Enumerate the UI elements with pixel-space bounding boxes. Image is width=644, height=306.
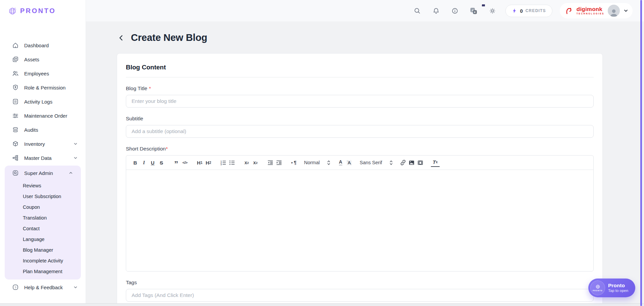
sliders-icon <box>12 112 19 119</box>
app-logo[interactable]: PRONTO <box>0 0 86 21</box>
underline-button[interactable]: U <box>148 158 157 167</box>
sidebar-item-dashboard[interactable]: Dashboard <box>0 38 86 52</box>
pronto-assistant-fab[interactable]: PRONTO Pronto Tap to open <box>588 279 635 297</box>
sidebar-item-label: Assets <box>24 57 39 62</box>
sidebar-item-employees[interactable]: Employees <box>0 66 86 80</box>
pronto-badge-icon: PRONTO <box>590 281 605 295</box>
page-title: Create New Blog <box>131 32 207 43</box>
avatar[interactable] <box>608 5 620 17</box>
org-name-block: digimonk TECHNOLOGIES <box>577 6 604 15</box>
outdent-button[interactable] <box>266 158 275 167</box>
credits-count: 0 <box>520 8 523 14</box>
highlight-color-button[interactable]: A <box>347 160 352 165</box>
horizontal-scrollbar[interactable] <box>0 303 644 306</box>
sidebar-item-activity-logs[interactable]: Activity Logs <box>0 95 86 109</box>
heading2-button[interactable]: H2 <box>204 158 213 167</box>
heading1-button[interactable]: H1 <box>195 158 204 167</box>
credits-badge[interactable]: 0 CREDITS <box>505 5 552 17</box>
globe-logo-icon <box>8 6 17 15</box>
font-family-picker[interactable]: Sans Serif <box>360 160 393 165</box>
insert-video-button[interactable] <box>416 158 425 167</box>
sidebar-subitem-language[interactable]: Language <box>5 234 81 245</box>
hierarchy-icon <box>12 155 19 161</box>
sidebar-item-super-admin[interactable]: Super Admin <box>5 166 81 180</box>
section-title: Blog Content <box>126 64 594 71</box>
sidebar-subitem-label: Coupon <box>23 204 40 210</box>
vertical-scrollbar[interactable] <box>640 0 642 306</box>
bold-button[interactable]: B <box>131 158 140 167</box>
info-button[interactable] <box>449 5 460 16</box>
sidebar-item-help-feedback[interactable]: ? Help & Feedback <box>0 280 86 294</box>
clear-formatting-button[interactable]: Tx <box>431 158 440 167</box>
insert-image-button[interactable] <box>407 158 416 167</box>
sidebar-item-label: Inventory <box>24 141 45 147</box>
tags-label: Tags <box>126 280 594 286</box>
account-menu[interactable]: digimonk TECHNOLOGIES <box>560 3 633 18</box>
notifications-button[interactable] <box>430 5 442 16</box>
sidebar-item-master-data[interactable]: Master Data <box>0 151 86 165</box>
subtitle-label: Subtitle <box>126 116 594 122</box>
sidebar-item-label: Maintenance Order <box>24 113 67 119</box>
required-asterisk: * <box>166 146 168 151</box>
insert-link-button[interactable] <box>399 158 407 167</box>
fab-subtitle: Tap to open <box>608 289 628 293</box>
strikethrough-button[interactable]: S <box>157 158 166 167</box>
sidebar-subitem-reviews[interactable]: Reviews <box>5 180 81 191</box>
assets-icon <box>12 56 19 63</box>
subtitle-input[interactable] <box>126 125 594 138</box>
indent-icon <box>276 160 282 166</box>
sidebar-subitem-blog-manager[interactable]: Blog Manager <box>5 245 81 255</box>
editor-content-area[interactable] <box>126 170 593 271</box>
required-asterisk: * <box>149 85 151 91</box>
sidebar-nav: Dashboard Assets Employees Role & Permis… <box>0 21 86 294</box>
subscript-button[interactable]: x2 <box>242 158 251 167</box>
super-admin-group: Super Admin Reviews User Subscription Co… <box>5 166 81 280</box>
video-icon <box>417 160 424 166</box>
ordered-list-button[interactable]: 1 2 3 <box>219 158 228 167</box>
sidebar-item-role-permission[interactable]: Role & Permission <box>0 80 86 95</box>
text-color-button[interactable]: A <box>339 160 342 166</box>
sidebar-subitem-coupon[interactable]: Coupon <box>5 202 81 212</box>
sidebar-subitem-label: Plan Management <box>23 269 62 274</box>
sidebar-item-inventory[interactable]: Inventory <box>0 137 86 151</box>
sidebar-item-label: Audits <box>24 127 38 133</box>
sidebar-subitem-label: Incomplete Activity <box>23 258 63 263</box>
sidebar-item-assets[interactable]: Assets <box>0 52 86 66</box>
theme-toggle-button[interactable] <box>487 5 498 16</box>
chevron-up-icon <box>68 170 73 176</box>
language-button[interactable]: A x <box>468 5 479 16</box>
indent-button[interactable] <box>275 158 283 167</box>
sidebar-subitem-plan-management[interactable]: Plan Management <box>5 266 81 277</box>
info-icon <box>451 7 458 14</box>
tags-input[interactable] <box>126 289 594 302</box>
image-icon <box>408 160 415 166</box>
home-icon <box>12 42 19 49</box>
page-header: Create New Blog <box>117 32 644 43</box>
code-block-button[interactable]: </> <box>181 158 189 167</box>
search-button[interactable] <box>411 5 423 16</box>
chevron-down-icon <box>73 141 78 146</box>
sidebar-item-audits[interactable]: Audits <box>0 123 86 137</box>
outdent-icon <box>267 160 274 166</box>
sidebar-subitem-user-subscription[interactable]: User Subscription <box>5 191 81 202</box>
blockquote-button[interactable]: ” <box>172 158 181 167</box>
text-direction-button[interactable]: ►¶ <box>289 158 298 167</box>
bullet-list-button[interactable] <box>228 158 236 167</box>
back-button[interactable] <box>117 34 126 42</box>
italic-button[interactable]: I <box>140 158 148 167</box>
sidebar-subitem-label: User Subscription <box>23 194 61 199</box>
sidebar-subitem-incomplete-activity[interactable]: Incomplete Activity <box>5 255 81 266</box>
sidebar-item-maintenance-order[interactable]: Maintenance Order <box>0 109 86 123</box>
sidebar-subitem-translation[interactable]: Translation <box>5 212 81 223</box>
fab-title: Pronto <box>608 283 628 289</box>
blog-title-input[interactable] <box>126 95 594 108</box>
shield-icon <box>12 84 19 91</box>
sidebar-subitem-label: Reviews <box>23 183 41 188</box>
superscript-button[interactable]: x2 <box>251 158 260 167</box>
sidebar-item-label: Activity Logs <box>24 99 52 105</box>
heading-format-picker[interactable]: Normal <box>304 160 330 165</box>
chevron-down-icon <box>73 155 78 161</box>
picker-arrows-icon <box>327 160 330 165</box>
help-icon: ? <box>12 284 19 291</box>
sidebar-subitem-contact[interactable]: Contact <box>5 223 81 234</box>
